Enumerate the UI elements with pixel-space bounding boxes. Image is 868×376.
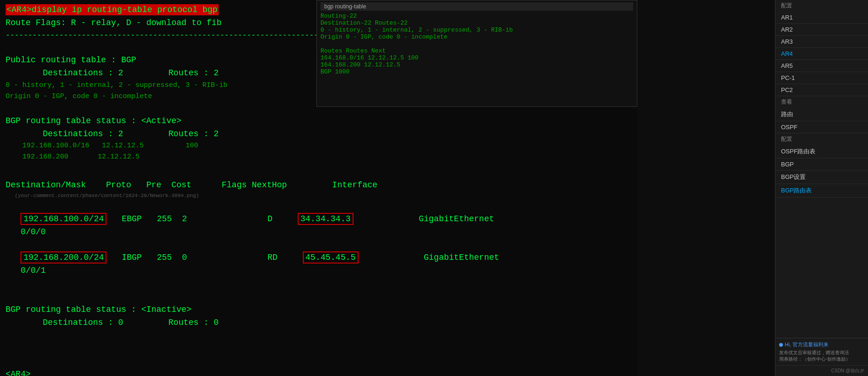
sidebar-item-pc1[interactable]: PC-1 [775,72,868,84]
sidebar-item-route[interactable]: 路由 [775,108,868,121]
nexthop-2: 45.45.45.5 [303,251,359,264]
faint-row-2: 192.168.200 12.12.12.5 [6,152,632,162]
table-row-1b: 0/0/0 [6,226,632,239]
overlay-terminal: bgp routing-table Routing-22 Destination… [316,0,637,107]
cost-1: 2 [182,214,187,224]
table-header: Destination/Mask Proto Pre Cost Flags Ne… [6,179,632,192]
sidebar-item-ar2[interactable]: AR2 [775,24,868,36]
overlay-title: bgp routing-table [320,2,633,11]
sidebar-item-ar1[interactable]: AR1 [775,12,868,24]
chat-greeting: Hi, 官方流量福利来 [785,341,828,348]
dest-routes-3: Destinations : 0 Routes : 0 [6,317,632,330]
sidebar-item-pc2[interactable]: PC2 [775,84,868,96]
table-row-2b: 0/0/1 [6,264,632,277]
table-row-2: 192.168.200.0/24 IBGP 255 0 RD 45.45.45.… [6,251,632,264]
flags-2: RD [267,253,278,262]
table-row-1: 192.168.100.0/24 EBGP 255 2 D 34.34.34.3… [6,213,632,226]
bgp-inactive-status: BGP routing table status : <Inactive> [6,303,632,317]
end-prompt: <AR4> [6,368,632,376]
sidebar-config-label: 配置 [775,0,868,12]
faint-link: (your-comment.content/phase/content/1024… [6,192,632,200]
pre-1: 255 [157,214,172,224]
pre-2: 255 [157,253,172,262]
sidebar-item-bgp-route[interactable]: BGP路由表 [775,184,868,198]
proto-1: EBGP [122,214,142,224]
cost-2: 0 [182,253,187,262]
chat-dot [779,343,783,347]
dest-routes-2: Destinations : 2 Routes : 2 [6,128,632,141]
iface-1: GigabitEthernet [419,214,494,224]
sidebar-item-ospf[interactable]: OSPF [775,121,868,133]
sidebar-item-ar3[interactable]: AR3 [775,36,868,48]
sidebar-view-label: 查看 [775,96,868,108]
chat-notification: Hi, 官方流量福利来 发布优文且审核通过，赠送查询活 用券路径：（创作中心·创… [775,338,868,365]
overlay-content: Routing-22 Destination-22 Routes-22 0 - … [320,13,633,75]
iface-2: GigabitEthernet [424,253,499,262]
sidebar-item-ar4[interactable]: AR4 [775,48,868,60]
sidebar-config2-label: 配置 [775,133,868,145]
author-tag: CSDN @张白夕 [775,365,868,376]
dest-1: 192.168.100.0/24 [20,213,107,225]
bgp-active-status: BGP routing table status : <Active> [6,115,632,128]
nexthop-1: 34.34.34.3 [298,213,354,225]
sidebar-item-bgp-setup[interactable]: BGP设置 [775,171,868,184]
dest-2: 192.168.200.0/24 [20,251,107,264]
sidebar-item-ar5[interactable]: AR5 [775,60,868,72]
sidebar-item-bgp[interactable]: BGP [775,158,868,171]
sidebar-item-ospf-route[interactable]: OSPF路由表 [775,145,868,158]
chat-body: 发布优文且审核通过，赠送查询活 用券路径：（创作中心·创作激励） [779,350,864,363]
command-highlight: <AR4>display ip routing-table protocol b… [6,4,219,15]
proto-2: IBGP [122,253,142,262]
sidebar: 配置 AR1 AR2 AR3 AR4 AR5 PC-1 PC2 查看 路由 OS… [775,0,868,376]
faint-row-1: 192.168.100.0/16 12.12.12.5 100 [6,140,632,151]
flags-1: D [267,214,273,224]
